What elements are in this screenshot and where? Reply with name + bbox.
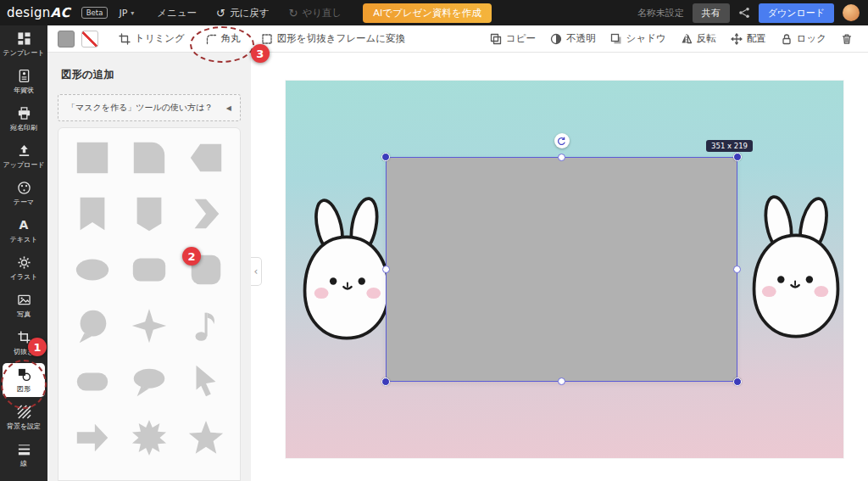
share-button[interactable]: 共有	[693, 3, 730, 23]
sidebar-item-background[interactable]: 背景を設定	[0, 399, 47, 436]
sidebar-item-template[interactable]: テンプレート	[0, 25, 47, 63]
arrange-button[interactable]: 配置	[731, 32, 766, 45]
sidebar-item-upload[interactable]: アップロード	[0, 137, 47, 175]
redo-button[interactable]: ↻ やり直し	[289, 7, 342, 20]
sidebar-item-text[interactable]: A テキスト	[0, 212, 47, 249]
address-print-icon	[17, 106, 31, 120]
opacity-button[interactable]: 不透明	[550, 32, 596, 45]
shape-bookmark[interactable]	[67, 194, 117, 233]
logo-ac-text: AC	[51, 5, 70, 20]
beta-badge: Beta	[81, 7, 108, 19]
shapes-panel: 図形の追加 「マスクを作る」ツールの使い方は？ ◀ 2	[47, 53, 251, 481]
shape-burst[interactable]	[124, 418, 174, 457]
shadow-button[interactable]: シャドウ	[610, 32, 666, 45]
undo-icon: ↺	[216, 7, 225, 20]
shape-music-note[interactable]	[181, 306, 231, 345]
lock-label: ロック	[797, 32, 826, 45]
opacity-label: 不透明	[566, 32, 596, 45]
newyear-card-icon	[17, 69, 31, 83]
annotation-step-1-badge: 1	[28, 338, 47, 356]
shape-grid: 2	[58, 127, 241, 481]
annotation-step-2-badge: 2	[182, 247, 201, 266]
upload-icon	[17, 143, 31, 158]
convert-frame-label: 図形を切抜きフレームに変換	[277, 32, 405, 45]
theme-icon	[17, 181, 31, 195]
ai-presentation-button[interactable]: AIでプレゼン資料を作成	[363, 3, 491, 23]
sidebar-item-newyear-card[interactable]: 年賀状	[0, 63, 47, 100]
resize-handle-bottom[interactable]	[558, 378, 565, 385]
shape-speech-bubble-oval[interactable]	[124, 362, 174, 401]
chevron-left-icon: ‹	[254, 266, 259, 277]
shape-pennant[interactable]	[124, 194, 174, 233]
trim-button[interactable]: トリミング	[119, 32, 185, 45]
arrange-label: 配置	[747, 32, 766, 45]
shape-cursor-arrow[interactable]	[181, 362, 231, 401]
photo-icon	[17, 293, 31, 307]
resize-handle-bottom-right[interactable]	[733, 378, 742, 386]
selection-box[interactable]: 351 x 219	[386, 157, 737, 382]
delete-button[interactable]	[841, 33, 853, 45]
rabbit-illustration-left[interactable]	[299, 193, 394, 343]
illustration-icon	[17, 255, 31, 270]
menu-link[interactable]: メニュー	[157, 7, 197, 20]
copy-label: コピー	[506, 32, 536, 45]
shape-arrow-right[interactable]	[67, 418, 117, 457]
fill-color-swatch[interactable]	[58, 31, 75, 48]
chevron-down-icon: ▾	[131, 9, 134, 17]
toolbar-right-group: コピー 不透明 シャドウ 反転 配置 ロック	[490, 32, 858, 45]
collapse-left-icon: ◀	[226, 104, 231, 112]
sidebar-item-address-print[interactable]: 宛名印刷	[0, 100, 47, 137]
convert-frame-button[interactable]: 図形を切抜きフレームに変換	[261, 32, 405, 45]
language-label: JP	[119, 8, 127, 19]
topbar-right-group: 名称未設定 共有 ダウンロード	[637, 3, 861, 23]
sidebar-item-shape[interactable]: 図形 1	[0, 361, 47, 399]
sidebar-item-line[interactable]: 線	[0, 436, 47, 473]
background-icon	[17, 405, 31, 419]
stroke-color-swatch[interactable]	[81, 31, 98, 48]
undo-button[interactable]: ↺ 元に戻す	[216, 7, 269, 20]
copy-button[interactable]: コピー	[490, 32, 536, 45]
resize-handle-top-right[interactable]	[733, 153, 742, 161]
flip-button[interactable]: 反転	[681, 32, 716, 45]
lock-button[interactable]: ロック	[781, 32, 826, 45]
shape-square[interactable]	[67, 138, 117, 177]
resize-handle-top-left[interactable]	[381, 153, 390, 161]
shape-sparkle[interactable]	[124, 306, 174, 345]
design-canvas[interactable]: 351 x 219	[286, 81, 843, 458]
redo-label: やり直し	[302, 7, 342, 20]
shape-icon	[17, 367, 31, 382]
language-selector[interactable]: JP ▾	[119, 8, 134, 19]
rabbit-illustration-right[interactable]	[748, 191, 843, 341]
panel-collapse-handle[interactable]: ‹	[251, 257, 262, 286]
shape-pill[interactable]	[67, 362, 117, 401]
shape-star[interactable]	[181, 418, 231, 457]
text-icon: A	[19, 218, 29, 232]
app-logo[interactable]: designAC	[7, 5, 70, 20]
sidebar-item-theme[interactable]: テーマ	[0, 175, 47, 212]
shape-speech-bubble-round[interactable]	[67, 306, 117, 345]
rotation-handle[interactable]	[554, 133, 570, 148]
resize-handle-left[interactable]	[382, 266, 390, 273]
corner-round-button[interactable]: 角丸 3	[205, 32, 241, 45]
color-swatches	[58, 31, 98, 48]
logo-design-text: design	[7, 5, 51, 20]
download-button[interactable]: ダウンロード	[759, 3, 834, 23]
resize-handle-right[interactable]	[733, 266, 741, 273]
rotate-icon	[557, 137, 566, 146]
sidebar-item-illustration[interactable]: イラスト	[0, 249, 47, 287]
user-avatar[interactable]	[843, 4, 860, 21]
redo-icon: ↻	[289, 7, 298, 20]
shape-chevron-arrow[interactable]	[181, 194, 231, 233]
resize-handle-top[interactable]	[558, 154, 565, 161]
shape-round-corner-square[interactable]	[124, 138, 174, 177]
document-title: 名称未設定	[637, 7, 684, 20]
left-sidebar: テンプレート 年賀状 宛名印刷 アップロード テーマ A テキスト イラスト 写…	[0, 25, 47, 481]
share-nodes-icon[interactable]	[738, 7, 750, 19]
sidebar-item-photo[interactable]: 写真	[0, 287, 47, 324]
mask-tool-help[interactable]: 「マスクを作る」ツールの使い方は？ ◀	[58, 94, 241, 121]
shadow-label: シャドウ	[626, 32, 666, 45]
shape-rounded-rect[interactable]	[124, 250, 174, 289]
shape-banner-left[interactable]	[181, 138, 231, 177]
shape-ellipse[interactable]	[67, 250, 117, 289]
resize-handle-bottom-left[interactable]	[381, 378, 390, 386]
